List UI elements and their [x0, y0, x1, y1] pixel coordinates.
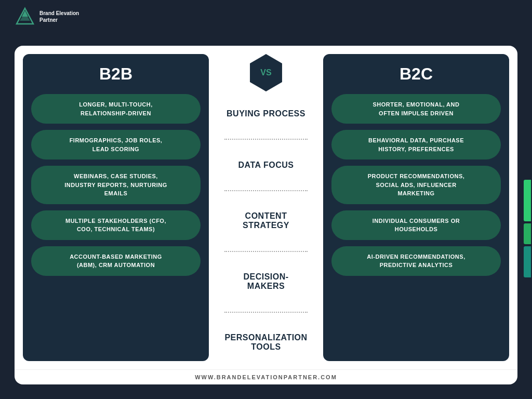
category-1: BUYING PROCESS	[227, 109, 305, 118]
b2c-column: B2C SHORTER, EMOTIONAL, AND OFTEN IMPULS…	[323, 54, 509, 361]
category-2: DATA FOCUS	[238, 161, 294, 170]
vs-label: VS	[260, 68, 271, 77]
b2b-item-3: WEBINARS, CASE STUDIES, INDUSTRY REPORTS…	[31, 166, 201, 204]
category-5: PERSONALIZATION TOOLS	[224, 333, 307, 352]
divider-2	[224, 190, 308, 191]
logo: Brand Elevation Partner	[15, 6, 79, 27]
category-list: BUYING PROCESS DATA FOCUS CONTENT STRATE…	[214, 100, 318, 361]
website-url: WWW.BRANDELEVATIONPARTNER.COM	[195, 374, 337, 380]
content-area: B2B LONGER, MULTI-TOUCH, RELATIONSHIP-DR…	[15, 46, 517, 369]
divider-3	[224, 251, 308, 252]
b2c-item-4: INDIVIDUAL CONSUMERS OR HOUSEHOLDS	[331, 210, 501, 240]
vs-badge: VS	[247, 54, 285, 91]
b2b-item-4: MULTIPLE STAKEHOLDERS (CFO, COO, TECHNIC…	[31, 210, 201, 240]
deco-bar-2	[524, 223, 531, 244]
category-3: CONTENT STRATEGY	[243, 211, 289, 230]
logo-text: Brand Elevation Partner	[39, 10, 79, 23]
b2c-item-2: BEHAVIORAL DATA, PURCHASE HISTORY, PREFE…	[331, 130, 501, 159]
b2b-item-2: FIRMOGRAPHICS, JOB ROLES, LEAD SCORING	[31, 130, 201, 159]
b2b-item-1: LONGER, MULTI-TOUCH, RELATIONSHIP-DRIVEN	[31, 94, 201, 124]
b2b-column: B2B LONGER, MULTI-TOUCH, RELATIONSHIP-DR…	[23, 54, 209, 361]
deco-bars	[524, 180, 531, 277]
divider-4	[224, 312, 308, 313]
divider-1	[224, 139, 308, 140]
deco-bar-1	[524, 180, 531, 221]
b2c-item-5: AI-DRIVEN RECOMMENDATIONS, PREDICTIVE AN…	[331, 246, 501, 276]
b2c-item-3: PRODUCT RECOMMENDATIONS, SOCIAL ADS, INF…	[331, 166, 501, 204]
b2b-item-5: ACCOUNT-BASED MARKETING (ABM), CRM AUTOM…	[31, 246, 201, 276]
middle-column: VS BUYING PROCESS DATA FOCUS CONTENT STR…	[209, 54, 323, 361]
footer: WWW.BRANDELEVATIONPARTNER.COM	[15, 369, 517, 384]
deco-bar-3	[524, 246, 531, 277]
main-card: B2B LONGER, MULTI-TOUCH, RELATIONSHIP-DR…	[15, 46, 517, 384]
b2c-title: B2C	[400, 64, 433, 84]
category-4: DECISION- MAKERS	[243, 272, 288, 291]
b2c-item-1: SHORTER, EMOTIONAL, AND OFTEN IMPULSE DR…	[331, 94, 501, 124]
b2b-title: B2B	[99, 64, 132, 84]
